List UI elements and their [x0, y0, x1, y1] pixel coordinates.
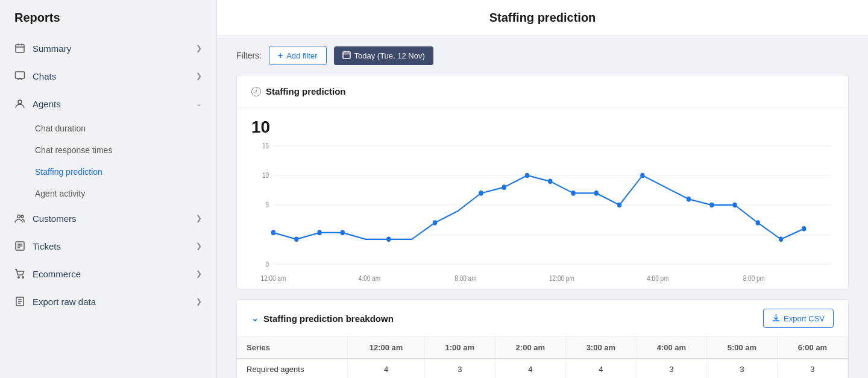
sidebar-item-export-raw-data[interactable]: Export raw data ❯: [0, 288, 216, 315]
breakdown-header: ⌄ Staffing prediction breakdown Export C…: [237, 300, 848, 336]
sidebar-item-label-customers: Customers: [33, 213, 77, 224]
date-filter-label: Today (Tue, 12 Nov): [354, 51, 425, 60]
sidebar-item-label-export: Export raw data: [33, 297, 96, 307]
svg-point-46: [548, 178, 552, 184]
svg-point-39: [317, 230, 321, 236]
col-2am: 2:00 am: [495, 337, 565, 359]
svg-point-52: [709, 203, 714, 208]
sidebar-item-chat-response-times[interactable]: Chat response times: [0, 139, 216, 161]
tickets-icon: [14, 241, 25, 251]
svg-rect-0: [16, 45, 24, 52]
cell-4am: 3: [636, 359, 706, 379]
sidebar-item-chats[interactable]: Chats ❯: [0, 62, 216, 90]
svg-point-5: [18, 100, 22, 104]
content-area: i Staffing prediction 10 15 10: [217, 75, 868, 378]
sidebar-item-summary[interactable]: Summary ❯: [0, 34, 216, 62]
svg-point-12: [18, 277, 19, 278]
export-icon: [14, 296, 25, 307]
col-6am: 6:00 am: [777, 337, 848, 359]
sidebar-item-label-chats: Chats: [33, 71, 56, 81]
svg-point-42: [433, 220, 437, 225]
plus-icon: +: [278, 51, 283, 60]
breakdown-card: ⌄ Staffing prediction breakdown Export C…: [236, 299, 849, 378]
svg-text:10: 10: [262, 172, 269, 180]
svg-text:0: 0: [266, 260, 269, 268]
svg-point-45: [525, 173, 529, 178]
chart-card-title: Staffing prediction: [266, 86, 346, 96]
page-title: Staffing prediction: [236, 11, 849, 25]
sidebar-title: Reports: [0, 0, 216, 34]
main-content: Staffing prediction Filters: + Add filte…: [217, 0, 868, 378]
svg-point-48: [594, 191, 599, 196]
agents-icon: [14, 98, 25, 109]
customers-icon: [14, 213, 25, 224]
date-filter-button[interactable]: Today (Tue, 12 Nov): [334, 46, 433, 65]
svg-point-37: [271, 230, 275, 236]
sidebar-item-label-agents: Agents: [33, 99, 61, 109]
svg-point-49: [617, 203, 621, 208]
sidebar-item-customers[interactable]: Customers ❯: [0, 204, 216, 232]
page-header: Staffing prediction: [217, 0, 868, 36]
svg-point-43: [479, 191, 483, 196]
svg-point-56: [802, 226, 806, 232]
svg-text:15: 15: [262, 142, 269, 150]
svg-point-40: [341, 230, 345, 236]
svg-text:8:00 pm: 8:00 pm: [743, 274, 765, 282]
cell-2am: 4: [495, 359, 565, 379]
svg-text:8:00 am: 8:00 am: [454, 274, 476, 282]
chart-area: 10 15 10 5 0 1: [237, 108, 848, 289]
svg-point-51: [687, 197, 691, 202]
staffing-chart-card: i Staffing prediction 10 15 10: [236, 75, 849, 289]
breakdown-table: Series 12:00 am 1:00 am 2:00 am 3:00 am …: [237, 336, 848, 378]
sidebar-item-label-ecommerce: Ecommerce: [33, 269, 81, 279]
svg-point-13: [22, 277, 24, 278]
chevron-right-icon: ❯: [196, 44, 202, 52]
filters-label: Filters:: [236, 51, 262, 60]
sidebar-item-ecommerce[interactable]: Ecommerce ❯: [0, 260, 216, 288]
sidebar-item-label-summary: Summary: [33, 43, 71, 54]
sidebar-item-staffing-prediction[interactable]: Staffing prediction: [0, 161, 216, 183]
chevron-right-icon-tickets: ❯: [196, 242, 202, 250]
svg-point-55: [779, 236, 783, 242]
svg-point-38: [294, 236, 298, 242]
cell-12am: 4: [348, 359, 424, 379]
svg-text:4:00 pm: 4:00 pm: [647, 274, 668, 282]
chevron-right-icon-customers: ❯: [196, 214, 202, 222]
svg-point-6: [17, 215, 20, 218]
svg-point-7: [21, 215, 24, 218]
sidebar-item-tickets[interactable]: Tickets ❯: [0, 232, 216, 260]
col-5am: 5:00 am: [706, 337, 777, 359]
data-table: Series 12:00 am 1:00 am 2:00 am 3:00 am …: [237, 337, 848, 378]
sidebar-item-label-tickets: Tickets: [33, 241, 61, 251]
cell-3am: 4: [565, 359, 636, 379]
svg-rect-18: [343, 52, 350, 58]
table-header-row: Series 12:00 am 1:00 am 2:00 am 3:00 am …: [237, 337, 848, 359]
cell-6am: 3: [777, 359, 848, 379]
sidebar-item-agents[interactable]: Agents ⌄: [0, 90, 216, 118]
chart-card-header: i Staffing prediction: [237, 75, 848, 108]
col-1am: 1:00 am: [424, 337, 495, 359]
chat-icon: [14, 71, 25, 81]
sidebar-item-chat-duration[interactable]: Chat duration: [0, 118, 216, 139]
export-csv-label: Export CSV: [784, 314, 825, 323]
col-4am: 4:00 am: [636, 337, 706, 359]
svg-point-53: [732, 203, 737, 208]
svg-point-50: [640, 173, 644, 178]
add-filter-button[interactable]: + Add filter: [269, 46, 327, 65]
export-csv-button[interactable]: Export CSV: [763, 309, 834, 328]
svg-point-44: [502, 184, 506, 190]
svg-text:12:00 pm: 12:00 pm: [549, 274, 574, 282]
sidebar-item-agent-activity[interactable]: Agent activity: [0, 183, 216, 204]
svg-point-41: [386, 236, 391, 242]
info-icon: i: [251, 87, 261, 96]
cell-5am: 3: [706, 359, 777, 379]
chevron-down-icon-breakdown: ⌄: [251, 313, 259, 323]
chevron-down-icon-agents: ⌄: [196, 99, 202, 108]
chart-big-value: 10: [251, 118, 834, 137]
cell-1am: 3: [424, 359, 495, 379]
col-3am: 3:00 am: [565, 337, 636, 359]
chevron-right-icon-export: ❯: [196, 297, 202, 306]
col-series: Series: [237, 337, 348, 359]
filters-bar: Filters: + Add filter Today (Tue, 12 Nov…: [217, 36, 868, 75]
svg-point-54: [756, 220, 760, 225]
